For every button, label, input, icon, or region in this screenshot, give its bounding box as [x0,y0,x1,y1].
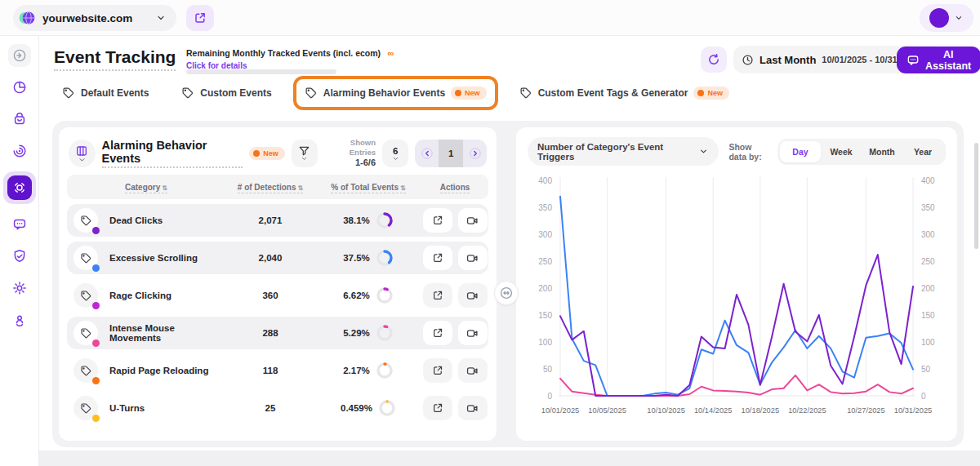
external-link-icon [432,327,443,339]
column-header-detections[interactable]: # of Detections⇅ [225,183,315,192]
category-tag-icon [74,358,98,383]
sidebar-item-session-replay[interactable] [8,140,31,162]
tab-alarming-behavior-events[interactable]: Alarming Behavior Events New [296,79,495,107]
quota-block: Remaining Monthly Tracked Events (incl. … [186,45,394,70]
open-details-button[interactable] [423,246,452,270]
event-tabs: Default Events Custom Events Alarming Be… [54,79,737,107]
quota-progress-bar [186,69,336,74]
open-details-button[interactable] [423,321,452,345]
watch-recordings-button[interactable] [458,321,488,345]
watch-recordings-button[interactable] [458,208,488,233]
table-row[interactable]: Excessive Scrolling 2,040 37.5% [67,242,488,274]
site-name: yourwebsite.com [42,12,149,24]
open-details-button[interactable] [423,208,452,233]
chevron-down-icon [698,146,709,157]
granularity-year[interactable]: Year [902,141,943,162]
svg-text:150: 150 [538,311,552,320]
video-camera-icon [466,403,479,414]
percent-donut [376,211,394,229]
category-name: Excessive Scrolling [103,253,225,263]
top-bar: yourwebsite.com [0,0,980,36]
percent-donut [376,324,394,342]
sidebar-item-event-tracking[interactable] [3,171,36,204]
watch-recordings-button[interactable] [458,358,488,383]
sidebar-item-ecommerce[interactable] [8,108,31,131]
new-badge: New [693,87,729,100]
sidebar-item-feedback[interactable] [8,213,31,236]
external-link-icon [432,365,443,376]
avatar [929,8,949,28]
funnel-icon [298,146,310,156]
open-site-button[interactable] [186,5,214,31]
shield-check-icon [12,249,27,264]
column-header-percent[interactable]: % of Total Events⇅ [315,183,421,192]
table-row[interactable]: U-Turns 25 0.459% [67,392,488,424]
previous-page-button[interactable] [415,140,439,167]
site-selector[interactable]: yourwebsite.com [13,5,176,31]
tag-icon [181,87,194,100]
tab-label: Custom Event Tags & Generator [538,87,688,99]
sort-icon: ⇅ [162,184,167,193]
watch-recordings-button[interactable] [458,283,488,308]
sidebar-item-visitors[interactable] [8,308,31,331]
table-title: Alarming Behavior Events [102,139,243,168]
sort-icon: ⇅ [400,184,406,193]
ai-assistant-button[interactable]: AI Assistant [897,47,980,73]
next-page-button[interactable] [463,140,487,167]
svg-text:350: 350 [538,203,552,212]
svg-text:50: 50 [921,365,931,374]
category-tag-icon [74,396,98,420]
open-details-button[interactable] [423,283,452,308]
tab-default-events[interactable]: Default Events [54,79,157,107]
open-details-button[interactable] [423,396,452,420]
category-tag-icon [74,246,98,270]
category-color-dot [92,302,100,309]
chart-header: Number of Category's Event Triggers Show… [528,137,946,166]
percent-donut [376,362,394,379]
date-preset: Last Month [760,54,816,66]
watch-recordings-button[interactable] [458,396,488,420]
table-view-selector[interactable] [69,140,96,167]
svg-text:300: 300 [538,230,552,239]
current-page[interactable]: 1 [439,140,463,167]
table-row[interactable]: Rage Clicking 360 6.62% [67,279,488,312]
column-header-category[interactable]: Category⇅ [67,183,225,192]
category-color-dot [92,340,100,347]
video-camera-icon [466,366,479,376]
metric-selector[interactable]: Number of Category's Event Triggers [528,137,719,166]
table-row[interactable]: Intense Mouse Movements 288 5.29% [67,317,488,349]
tab-custom-event-tags-generator[interactable]: Custom Event Tags & Generator New [511,79,737,107]
granularity-month[interactable]: Month [862,141,902,162]
percent-donut [378,399,396,417]
category-name: Rapid Page Reloading [103,366,225,375]
granularity-week[interactable]: Week [821,141,862,162]
video-camera-icon [466,328,479,339]
sidebar-collapse-button[interactable] [8,44,31,67]
refresh-button[interactable] [701,47,727,73]
vertical-scrollbar[interactable] [974,143,978,249]
detections-count: 360 [225,291,315,300]
ai-chat-icon [906,54,920,67]
sidebar-item-privacy[interactable] [8,245,31,268]
horizontal-resize-icon [499,286,514,300]
content-card: Alarming Behavior Events New Shown Entri… [52,121,964,447]
table-row[interactable]: Rapid Page Reloading 118 2.17% [67,354,488,387]
category-color-dot [92,377,100,384]
refresh-icon [707,53,720,66]
filter-button[interactable] [292,140,318,167]
watch-recordings-button[interactable] [458,246,488,270]
svg-text:0: 0 [547,392,552,401]
event-triggers-line-chart[interactable]: 10/01/202510/05/202510/10/202510/14/2025… [528,172,946,420]
tab-custom-events[interactable]: Custom Events [173,79,279,107]
open-details-button[interactable] [423,358,452,383]
external-link-icon [432,215,443,226]
granularity-day[interactable]: Day [780,141,821,162]
sidebar-item-settings[interactable] [8,277,31,300]
panel-resize-handle[interactable] [494,281,519,305]
page-size-selector[interactable]: 6 [382,140,408,167]
sidebar-item-analytics[interactable] [8,76,31,99]
user-menu[interactable] [920,4,973,32]
table-row[interactable]: Dead Clicks 2,071 38.1% [67,204,488,237]
chat-bubble-icon [12,217,27,232]
shopping-bag-icon [12,112,27,126]
